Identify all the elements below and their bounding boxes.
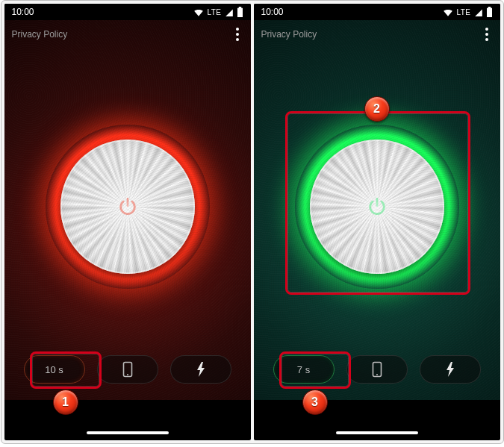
power-button[interactable]: [46, 125, 210, 289]
flash-icon: [196, 362, 205, 377]
power-icon: [117, 196, 138, 217]
overflow-menu-button[interactable]: [481, 23, 493, 46]
phone-outline-icon: [372, 361, 382, 378]
timer-label: 7 s: [297, 364, 310, 375]
app-content: Privacy Policy 7 s: [254, 20, 500, 400]
timer-label: 10 s: [45, 364, 63, 375]
battery-icon: [486, 7, 493, 17]
phone-screen-right: 10:00 LTE Privacy Policy: [254, 4, 500, 440]
wifi-icon: [443, 7, 453, 16]
status-bar: 10:00 LTE: [4, 4, 251, 20]
svg-point-1: [127, 374, 128, 375]
phone-outline-icon: [122, 361, 133, 378]
app-content: Privacy Policy 10 s: [4, 20, 251, 400]
timer-button[interactable]: 7 s: [273, 355, 335, 384]
battery-icon: [237, 7, 243, 17]
network-label: LTE: [456, 8, 470, 16]
phone-screen-left: 10:00 LTE Privacy Policy: [4, 4, 251, 440]
power-icon: [367, 196, 388, 217]
privacy-policy-link[interactable]: Privacy Policy: [12, 29, 68, 40]
network-label: LTE: [207, 8, 221, 16]
power-disc: [310, 140, 444, 274]
timer-button[interactable]: 10 s: [24, 355, 85, 384]
flash-mode-button[interactable]: [170, 355, 231, 384]
signal-icon: [474, 7, 483, 16]
power-disc: [60, 140, 195, 274]
status-indicators: LTE: [443, 7, 492, 17]
signal-icon: [225, 7, 234, 16]
screen-mode-button[interactable]: [346, 355, 408, 384]
status-bar: 10:00 LTE: [254, 4, 500, 20]
nav-home-indicator[interactable]: [336, 431, 418, 434]
wifi-icon: [193, 7, 204, 16]
status-indicators: LTE: [193, 7, 243, 17]
screen-mode-button[interactable]: [97, 355, 158, 384]
status-time: 10:00: [12, 7, 34, 17]
flash-icon: [446, 362, 455, 377]
privacy-policy-link[interactable]: Privacy Policy: [261, 29, 317, 40]
power-button[interactable]: [295, 125, 459, 289]
status-time: 10:00: [261, 7, 284, 17]
flash-mode-button[interactable]: [420, 355, 481, 384]
overflow-menu-button[interactable]: [231, 23, 243, 46]
nav-home-indicator[interactable]: [87, 431, 169, 434]
svg-point-3: [376, 374, 378, 375]
